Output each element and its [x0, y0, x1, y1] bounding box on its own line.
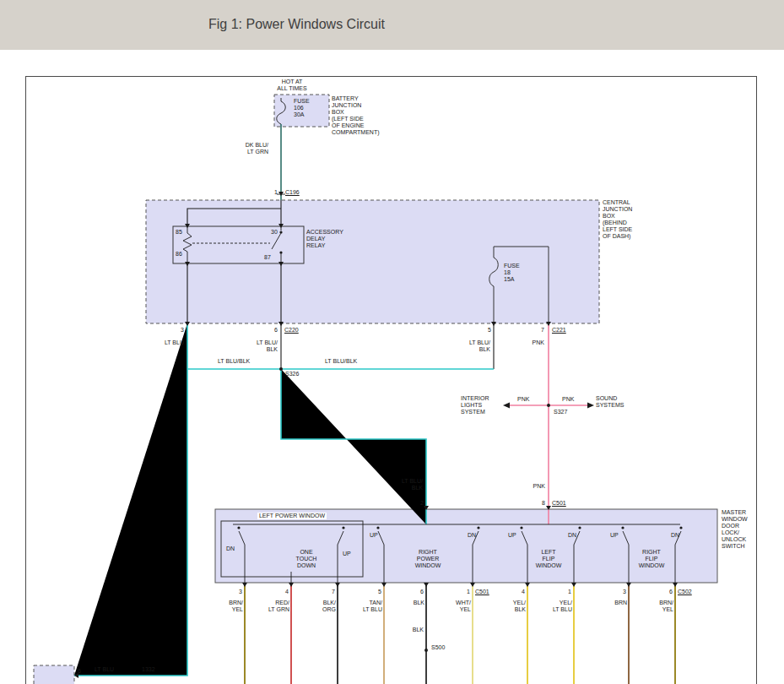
- cjb-pin-5: 5: [488, 327, 491, 334]
- wire-dk-blu-lt-grn-label: DK BLU/ LT GRN: [246, 142, 268, 155]
- central-junction-box: [146, 200, 599, 323]
- connector-c221[interactable]: C221: [552, 327, 566, 334]
- connector-c501-bottom[interactable]: C501: [475, 589, 489, 595]
- interior-lights-system-label: INTERIOR LIGHTS SYSTEM: [461, 395, 489, 415]
- c501-pin-8: 8: [542, 500, 545, 507]
- interior-lights-arrow-icon: [503, 403, 510, 409]
- connector-c220[interactable]: C220: [284, 327, 299, 334]
- bottom-left-component-box: [34, 665, 74, 684]
- relay-pin-30: 30: [271, 229, 278, 236]
- cjb-pin-6: 6: [274, 327, 278, 334]
- wire-pnk-label-1: PNK: [533, 339, 544, 346]
- wire-brn-yel-label-1: BRN/ YEL: [229, 600, 243, 613]
- wire-lt-blu-blk-label-4: LT BLU/BLK: [325, 358, 357, 365]
- wire-lt-blu-blk-label-3: LT BLU/BLK: [218, 358, 250, 365]
- connector-c501-top[interactable]: C501: [552, 500, 566, 507]
- right-power-window-label: RIGHT POWER WINDOW: [415, 549, 441, 569]
- relay-pin-87: 87: [264, 254, 271, 261]
- connector-c196[interactable]: C196: [285, 189, 300, 196]
- splice-s326: [279, 367, 283, 371]
- battery-junction-box-label: BATTERY JUNCTION BOX (LEFT SIDE OF ENGIN…: [332, 95, 380, 136]
- splice-s327-label: S327: [554, 409, 567, 415]
- splice-s500: [424, 649, 428, 652]
- wire-lt-blu-blk-label-5: LT BLU/ BLK: [402, 478, 423, 491]
- wire-lt-blu-label-2: LT BLU: [95, 666, 114, 673]
- switch-dn-label-2: DN: [468, 532, 476, 539]
- c502-pin-6: 6: [669, 589, 673, 595]
- page: Fig 1: Power Windows Circuit: [0, 0, 784, 684]
- fuse-106-label: FUSE 106 30A: [294, 98, 310, 118]
- relay-contact-dot: [279, 251, 282, 253]
- master-switch-label: MASTER WINDOW DOOR LOCK/ UNLOCK SWITCH: [722, 509, 748, 550]
- wiring-diagram: [0, 0, 784, 684]
- left-flip-window-label: LEFT FLIP WINDOW: [536, 549, 562, 569]
- c501-pin-2: 2: [420, 500, 424, 507]
- splice-s327: [547, 404, 550, 407]
- relay-pin-85: 85: [176, 229, 182, 236]
- wire-blk-org-label: BLK/ ORG: [322, 600, 336, 613]
- wire-blk-label-1: BLK: [414, 600, 424, 606]
- c501-bottom-pin-6: 6: [420, 589, 424, 595]
- switch-dn-label-4: DN: [671, 532, 679, 539]
- switch-up-label-4: UP: [610, 532, 619, 539]
- right-flip-window-label: RIGHT FLIP WINDOW: [639, 549, 665, 569]
- wire-pnk-label-3: PNK: [562, 396, 574, 403]
- left-power-window-label: LEFT POWER WINDOW: [257, 513, 327, 519]
- cjb-pin-7: 7: [541, 327, 544, 334]
- fuse-18-label: FUSE 18 15A: [504, 263, 520, 283]
- circuit-1332-label: 1332: [142, 666, 155, 673]
- c502-pin-1: 1: [568, 589, 571, 595]
- wire-lt-blu-blk-dark-segments: [281, 323, 494, 369]
- wire-blk-label-2: BLK: [413, 627, 424, 633]
- c502-pin-3: 3: [623, 589, 626, 595]
- wire-yel-lt-blu-label: YEL/ LT BLU: [553, 600, 572, 613]
- sound-systems-label: SOUND SYSTEMS: [596, 395, 624, 409]
- one-touch-down-label: ONE TOUCH DOWN: [296, 549, 317, 569]
- c501-bottom-pin-5: 5: [378, 589, 381, 595]
- wire-brn-yel-label-2: BRN/ YEL: [659, 600, 673, 613]
- hot-at-all-times-label: HOT AT ALL TIMES: [277, 79, 306, 92]
- c501-bottom-pin-7: 7: [332, 589, 335, 595]
- c501-bottom-pin-4: 4: [285, 589, 289, 595]
- splice-s326-label: S326: [285, 371, 299, 377]
- c502-pin-4: 4: [522, 589, 525, 595]
- wire-lt-blu-blk-label-1: LT BLU/ BLK: [257, 339, 278, 353]
- switch-dn-label-3: DN: [568, 532, 576, 539]
- switch-up-label-2: UP: [370, 532, 378, 539]
- bottom-box-pin-6: 6: [78, 668, 81, 675]
- c196-pin-1: 1: [274, 189, 278, 196]
- wire-red-lt-grn-label: RED/ LT GRN: [268, 600, 289, 613]
- relay-contact-dot: [279, 231, 282, 233]
- splice-s500-label: S500: [431, 644, 445, 651]
- wire-brn-label: BRN: [614, 600, 627, 606]
- sound-systems-arrow-icon: [587, 403, 594, 409]
- switch-up-label-3: UP: [508, 532, 516, 539]
- master-window-switch-box: [215, 509, 717, 583]
- accessory-delay-relay-label: ACCESSORY DELAY RELAY: [306, 229, 343, 249]
- wire-lt-blu-blk-label-2: LT BLU/ BLK: [469, 339, 490, 353]
- connector-c502[interactable]: C502: [678, 589, 692, 595]
- c501-bottom-pin-1: 1: [467, 589, 470, 595]
- switch-dn-label-1: DN: [226, 546, 235, 552]
- cjb-pin-3: 3: [181, 327, 184, 334]
- wire-wht-yel-label: WHT/ YEL: [456, 600, 471, 613]
- switch-up-label-1: UP: [343, 551, 351, 557]
- wire-lt-blu-blk-to-switch: [281, 369, 426, 524]
- wire-lt-blu: [74, 323, 187, 676]
- wire-lt-blu-label: LT BLU: [165, 339, 184, 346]
- wire-tan-lt-blu-label: TAN/ LT BLU: [363, 600, 382, 613]
- central-junction-box-label: CENTRAL JUNCTION BOX (BEHIND LEFT SIDE O…: [603, 199, 632, 240]
- wire-yel-blk-label: YEL/ BLK: [513, 600, 526, 613]
- wire-pnk-label-2: PNK: [517, 396, 529, 403]
- switch-output-wires: [245, 583, 675, 684]
- relay-pin-86: 86: [176, 251, 182, 258]
- wire-pnk-label-4: PNK: [533, 483, 545, 490]
- c501-bottom-pin-3: 3: [239, 589, 242, 595]
